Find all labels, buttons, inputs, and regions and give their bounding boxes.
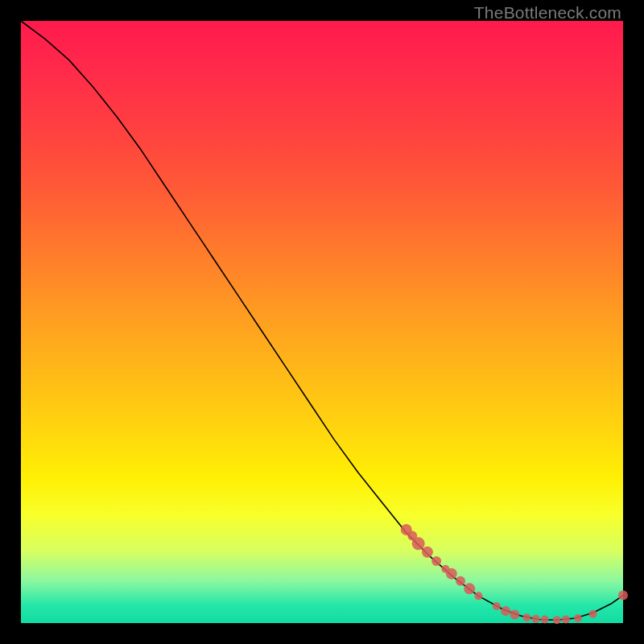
data-marker: [464, 583, 475, 594]
data-marker: [532, 615, 540, 623]
data-marker: [541, 616, 549, 624]
data-marker: [574, 614, 582, 622]
data-marker: [562, 616, 570, 624]
data-marker: [510, 610, 519, 620]
data-marker: [456, 576, 465, 586]
data-marker: [522, 613, 530, 621]
data-marker: [431, 556, 441, 566]
data-marker: [589, 610, 597, 618]
chart-overlay: [21, 21, 623, 623]
data-marker: [501, 606, 510, 616]
data-marker: [446, 568, 457, 580]
watermark-label: TheBottleneck.com: [474, 3, 621, 23]
curve-line: [21, 21, 623, 620]
chart-frame: TheBottleneck.com: [0, 0, 644, 644]
data-marker: [474, 592, 482, 600]
data-marker: [412, 537, 425, 550]
marker-group: [401, 524, 628, 624]
data-marker: [493, 602, 501, 610]
data-marker: [618, 591, 628, 601]
data-marker: [553, 616, 561, 624]
data-marker: [422, 547, 433, 558]
